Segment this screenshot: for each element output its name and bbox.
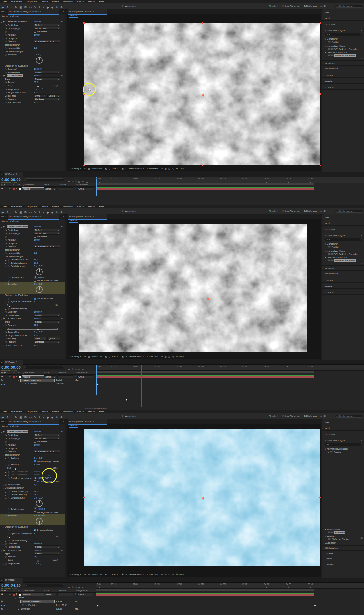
property-value[interactable]: 100,0 [34,473,40,476]
dropdown-f-llmethode[interactable]: Normal∨ [34,71,60,74]
keyframe-diamond[interactable] [97,605,99,607]
menu-item-datei[interactable]: Datei [2,0,7,3]
property-value[interactable]: 1 x +170,0° [34,514,46,517]
property-value[interactable]: 0 x +0,0° [34,331,43,334]
active-camera-dropdown[interactable]: Aktive Kamera ∨ [128,355,145,358]
view-layout-dropdown[interactable]: 1 Ansicht ∨ [147,355,158,358]
flowchart-icon[interactable]: ◷ [172,573,174,576]
time-ruler[interactable]: 0:00f00:12f01:00f01:12f02:00f02:12f03:00… [96,365,364,371]
menu-item-komposition[interactable]: Komposition [25,205,38,208]
stopwatch-icon[interactable]: ◷ [8,276,9,279]
graph-icon[interactable]: ∿ [25,382,27,385]
mask-toggle-icon[interactable]: ▦ [88,573,90,576]
dropdown-berlauf[interactable]: HDR-Ergebnisse zul∨ [34,245,60,248]
resolution-dropdown[interactable]: Halb ∨ [111,355,118,358]
magnification-icon[interactable]: ⌕ [69,573,71,576]
dropdown-ohne[interactable]: Ohne∨ [34,94,46,97]
menu-item-ansicht[interactable]: Ansicht [76,410,84,413]
twirl-icon[interactable]: ▼ [325,257,327,258]
dropdown-f-llmethode[interactable]: Normal∨ [34,545,60,548]
flowchart-icon[interactable]: ◷ [172,167,174,170]
stopwatch-icon[interactable]: ◷ [8,493,9,496]
menu-item-ansicht[interactable]: Ansicht [76,0,84,3]
stopwatch-icon[interactable]: ◷ [8,490,9,493]
panel-menu-icon[interactable]: ≡ [39,420,41,423]
info-link[interactable]: Inf [61,549,63,552]
stopwatch-icon[interactable]: ◷ [5,245,7,248]
active-camera-dropdown[interactable]: Aktive Kamera ∨ [128,167,145,170]
effects-tree-item-immersives-video[interactable]: ▼ Immersives Video [325,250,345,252]
group-twirl-icon[interactable]: ▼ [15,597,16,599]
rotation-dial[interactable] [36,286,43,293]
tool-icon-5[interactable]: ⊞ [24,211,27,214]
parent-dropdown[interactable]: Ohne [77,187,93,190]
exposure-gear-icon[interactable]: ⚙ [176,573,178,576]
timeline-icon-3[interactable]: ▤ [78,586,81,589]
property-value[interactable]: 1 x +170,0° [56,604,67,606]
timeline-button-icon[interactable]: ◫ [168,573,171,576]
stopwatch-icon[interactable]: ◷ [5,67,7,71]
stopwatch-icon[interactable]: ◷ [5,545,7,548]
layer-visibility-icon[interactable]: ◉ [1,593,3,595]
new-folder-corner-icon[interactable]: ◳ [360,262,363,265]
workspace-tab-bibliotheken[interactable]: Bibliotheken [304,5,317,7]
tool-icon-9[interactable]: ╱ [43,6,44,9]
menu-item-animation[interactable]: Animation [63,410,73,413]
timeline-current-timecode[interactable]: 0:00:00:00 [1,365,21,370]
slider-track[interactable] [7,561,58,561]
panel-menu-icon[interactable]: ≡ [92,420,94,423]
stopwatch-icon[interactable]: ◷ [5,434,7,437]
dropdown-st-rungstyp[interactable]: Linear - weich∨ [34,27,60,30]
column-nr[interactable]: Nr. [18,589,20,591]
tool-icon-8[interactable]: T [39,6,40,9]
exposure-gear-icon[interactable]: ⚙ [176,167,178,170]
timeline-current-timecode[interactable]: 0:00:00:00 [1,177,21,182]
stopwatch-icon[interactable]: ◷ [5,242,7,245]
transparency-grid-icon[interactable]: ⊡ [125,167,127,170]
track-matte-dropdown[interactable] [57,593,73,596]
menu-item-fenster[interactable]: Fenster [88,0,95,3]
stopwatch-icon[interactable]: ◷ [8,532,9,535]
graph-icon[interactable]: ∿ [25,604,27,606]
mask-toggle-icon[interactable]: ▦ [88,355,90,358]
menu-item-ebene[interactable]: Ebene [42,410,48,413]
dropdown-type[interactable]: Natural∨ [34,552,60,555]
property-value[interactable]: 0 x +0,0° [34,88,43,91]
tool-icon-8[interactable]: T [39,416,40,419]
property-value[interactable]: Zurück [34,20,41,23]
tool-icon-0[interactable]: ▶ [2,211,4,214]
menu-item-hilfe[interactable]: Hilfe [99,0,104,3]
workspace-tab-standard[interactable]: Standard [269,5,278,7]
tool-icon-13[interactable]: ✜ [60,211,63,214]
layer-color-swatch[interactable] [19,594,21,596]
stopwatch-icon[interactable]: ◷ [5,40,7,43]
timeline-row-einf-rben[interactable]: fx►EinfärbenZurückInfo., [0,608,364,611]
effect-reset-link[interactable]: Zurück [56,379,62,381]
property-value[interactable]: 100,0 [34,443,40,446]
tool-icon-10[interactable]: ◆ [47,211,49,214]
property-value[interactable]: Zurück [34,317,41,320]
property-value[interactable]: 0 [34,539,35,542]
layer-blend-mode-dropdown[interactable]: Normal∨ [44,187,56,190]
layer-twirl-icon[interactable]: ▼ [9,376,11,378]
property-value[interactable]: 56,0 [34,261,38,265]
composition-viewer-tab[interactable]: ▦ Komposition Wasser ≡ [68,9,107,15]
slider-handle[interactable] [37,560,39,562]
menu-item-hilfe[interactable]: Hilfe [99,410,104,413]
tool-icon-6[interactable]: ▭ [29,416,32,419]
property-value[interactable]: 70,0 [34,258,38,261]
layer-color-swatch[interactable] [19,376,21,378]
keyframe-nav-icons[interactable]: ◀ ◆ ▶ [1,383,5,385]
stopwatch-icon[interactable]: ◷ [8,460,9,463]
property-value[interactable]: 100,0 % [34,542,42,545]
stopwatch-icon[interactable]: ◷ [8,507,9,511]
property-value[interactable]: 1 [34,300,35,303]
project-tab-stub[interactable]: ekt × [1,10,6,13]
workspace-overflow-chevron[interactable]: » [320,415,322,417]
column-source-name[interactable]: Quellenname [23,184,34,186]
dropdown-ohne[interactable]: Ohne∨ [34,337,46,340]
parent-pickwhip-icon[interactable]: ◎ [75,593,76,595]
tool-icon-3[interactable]: ↻ [15,416,17,419]
workspace-grid-icon[interactable]: ▦ [324,5,326,7]
effects-tree-item-fraktales-rauschen[interactable]: Fraktales Rauschen [328,259,356,262]
